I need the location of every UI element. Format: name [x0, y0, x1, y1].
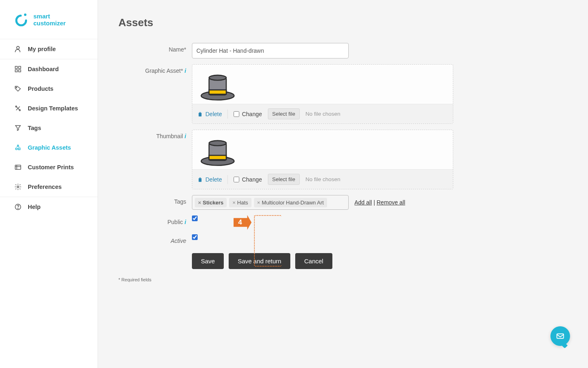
hat-image-icon [200, 72, 236, 101]
info-icon[interactable]: i [185, 67, 186, 74]
graphic-asset-preview [192, 65, 453, 104]
sidebar-item-label: Tags [28, 125, 41, 131]
add-all-link[interactable]: Add all [354, 199, 372, 206]
svg-rect-18 [209, 90, 226, 94]
sidebar-item-label: Graphic Assets [28, 144, 71, 151]
tags-input[interactable]: ×Stickers ×Hats ×Multicolor Hand-Drawn A… [192, 195, 349, 210]
sidebar-item-label: Help [28, 204, 40, 210]
required-fields-note: * Required fields [118, 277, 568, 282]
svg-rect-6 [19, 70, 21, 72]
select-file-graphic-button[interactable]: Select file [268, 108, 300, 119]
prints-icon [14, 163, 22, 171]
filter-icon [14, 124, 22, 132]
sidebar-item-label: My profile [28, 46, 56, 52]
graphic-asset-box: Delete Change Select file No file chosen [192, 64, 453, 124]
svg-rect-12 [15, 165, 21, 170]
tag-chip[interactable]: ×Hats [229, 198, 251, 207]
mail-icon [556, 332, 565, 341]
svg-point-15 [18, 208, 18, 209]
change-graphic-checkbox[interactable]: Change [234, 111, 262, 117]
sidebar-item-profile[interactable]: My profile [0, 39, 98, 59]
save-return-button[interactable]: Save and return [229, 253, 290, 269]
chat-button[interactable] [550, 326, 570, 346]
info-icon[interactable]: i [185, 219, 186, 225]
active-checkbox[interactable] [192, 234, 198, 240]
dashboard-icon [14, 65, 22, 73]
cancel-button[interactable]: Cancel [295, 253, 332, 269]
svg-point-7 [16, 87, 17, 88]
svg-rect-5 [15, 70, 17, 72]
sidebar-item-templates[interactable]: Design Templates [0, 99, 98, 118]
delete-thumbnail-button[interactable]: Delete [197, 176, 222, 183]
svg-rect-3 [15, 66, 17, 68]
sidebar-item-label: Customer Prints [28, 164, 74, 171]
sidebar-item-preferences[interactable]: Preferences [0, 177, 98, 197]
svg-point-0 [16, 16, 26, 25]
trash-icon [197, 177, 203, 182]
remove-tag-icon[interactable]: × [257, 200, 261, 206]
tag-chip[interactable]: ×Multicolor Hand-Drawn Art [254, 198, 327, 207]
remove-tag-icon[interactable]: × [198, 200, 201, 206]
brand-logo-icon [14, 12, 29, 27]
thumbnail-label: Thumbnaili [118, 130, 192, 143]
assets-icon [14, 144, 22, 152]
name-label: Name* [118, 43, 192, 56]
svg-point-19 [209, 75, 226, 80]
templates-icon [14, 104, 22, 112]
svg-point-2 [17, 46, 20, 49]
tags-label: Tags [118, 195, 192, 208]
no-file-text: No file chosen [305, 176, 341, 182]
svg-point-13 [17, 186, 19, 188]
tag-icon [14, 85, 22, 93]
thumbnail-box: Delete Change Select file No file chosen [192, 130, 453, 189]
sidebar-item-label: Preferences [28, 184, 62, 190]
svg-rect-11 [18, 148, 20, 150]
main-content: Assets Name* Graphic Asset*i [98, 0, 588, 368]
graphic-asset-label: Graphic Asset*i [118, 64, 192, 77]
remove-all-link[interactable]: Remove all [376, 199, 405, 206]
page-title: Assets [118, 16, 568, 29]
svg-rect-24 [557, 334, 564, 339]
no-file-text: No file chosen [305, 111, 341, 117]
brand-text: smart customizer [33, 13, 84, 27]
sidebar-item-tags[interactable]: Tags [0, 118, 98, 138]
step-arrow-icon: 4 [234, 215, 252, 230]
sidebar-item-label: Design Templates [28, 105, 78, 112]
active-label: Active [118, 234, 192, 247]
svg-point-1 [24, 13, 27, 16]
sidebar-item-products[interactable]: Products [0, 79, 98, 99]
tag-chip[interactable]: ×Stickers [195, 198, 227, 207]
thumbnail-preview [192, 130, 453, 169]
step-marker: 4 [234, 215, 252, 230]
help-icon [14, 203, 22, 211]
delete-graphic-button[interactable]: Delete [197, 111, 222, 117]
sidebar-item-help[interactable]: Help [0, 197, 98, 217]
save-button[interactable]: Save [192, 253, 224, 269]
brand: smart customizer [0, 0, 98, 39]
public-label: Publici [118, 215, 192, 229]
svg-rect-22 [209, 155, 226, 160]
user-icon [14, 45, 22, 53]
name-input[interactable] [192, 43, 349, 58]
trash-icon [197, 111, 203, 117]
sidebar-item-dashboard[interactable]: Dashboard [0, 59, 98, 79]
change-thumbnail-checkbox[interactable]: Change [234, 176, 262, 183]
svg-rect-4 [19, 66, 21, 68]
public-checkbox[interactable] [192, 215, 198, 221]
sidebar-item-graphic-assets[interactable]: Graphic Assets [0, 138, 98, 157]
gear-icon [14, 183, 22, 191]
hat-image-icon [200, 137, 236, 167]
sidebar-item-label: Dashboard [28, 66, 59, 72]
sidebar: smart customizer My profile Dashboard [0, 0, 98, 368]
sidebar-item-customer-prints[interactable]: Customer Prints [0, 157, 98, 177]
svg-point-10 [16, 148, 18, 150]
info-icon[interactable]: i [185, 133, 186, 139]
svg-point-23 [209, 141, 226, 146]
sidebar-item-label: Products [28, 85, 53, 92]
remove-tag-icon[interactable]: × [232, 200, 236, 206]
select-file-thumbnail-button[interactable]: Select file [268, 174, 300, 185]
